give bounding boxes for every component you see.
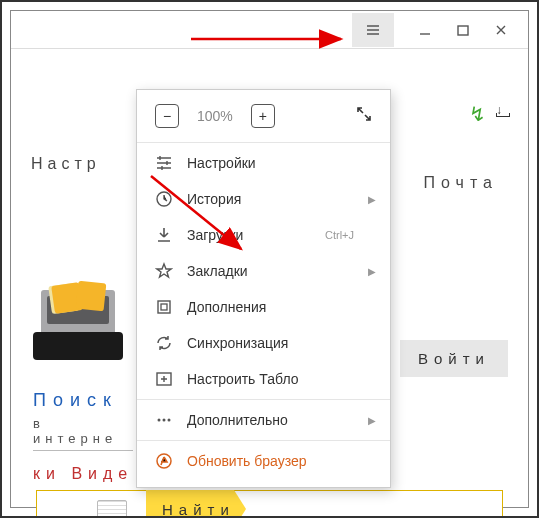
zoom-controls: − 100% + <box>137 98 390 140</box>
svg-rect-2 <box>158 301 170 313</box>
download-green-icon[interactable]: ↯ <box>469 102 486 126</box>
close-button[interactable] <box>494 23 508 37</box>
menu-label: Настроить Табло <box>187 371 299 387</box>
menu-item-more[interactable]: Дополнительно ▶ <box>137 402 390 438</box>
menu-item-update[interactable]: Обновить браузер <box>137 443 390 479</box>
history-icon <box>155 190 173 208</box>
shortcut-label: Ctrl+J <box>325 229 354 241</box>
search-title[interactable]: Поиск <box>33 390 118 411</box>
hamburger-icon <box>366 23 380 37</box>
menu-label: История <box>187 191 241 207</box>
menu-label: Загрузки <box>187 227 243 243</box>
star-icon <box>155 262 173 280</box>
board-icon <box>155 370 173 388</box>
more-icon <box>155 411 173 429</box>
sync-icon <box>155 334 173 352</box>
submenu-arrow-icon: ▶ <box>368 415 376 426</box>
search-input[interactable] <box>36 490 503 518</box>
search-subtitle: в интерне <box>33 416 133 451</box>
svg-rect-0 <box>458 26 468 35</box>
menu-item-history[interactable]: История ▶ <box>137 181 390 217</box>
zoom-level: 100% <box>197 108 233 124</box>
find-button[interactable]: Найти <box>146 490 246 518</box>
menu-item-configure-board[interactable]: Настроить Табло <box>137 361 390 397</box>
minimize-button[interactable] <box>418 23 432 37</box>
svg-point-6 <box>163 419 166 422</box>
svg-rect-3 <box>161 304 167 310</box>
addons-icon <box>155 298 173 316</box>
settings-icon <box>155 154 173 172</box>
menu-item-settings[interactable]: Настройки <box>137 145 390 181</box>
menu-button[interactable] <box>352 13 394 47</box>
submenu-arrow-icon: ▶ <box>368 194 376 205</box>
zoom-in-button[interactable]: + <box>251 104 275 128</box>
browser-window: Настр Почта Поиск в интерне ки Виде Найт… <box>10 10 529 508</box>
zoom-out-button[interactable]: − <box>155 104 179 128</box>
tray-icons: ↯ ↓ <box>469 100 510 124</box>
submenu-arrow-icon: ▶ <box>368 266 376 277</box>
menu-label: Дополнительно <box>187 412 288 428</box>
keyboard-icon[interactable] <box>97 500 127 518</box>
menu-label: Настройки <box>187 155 256 171</box>
svg-point-5 <box>158 419 161 422</box>
nav-tabs[interactable]: ки Виде <box>33 465 133 483</box>
fullscreen-icon <box>356 106 372 122</box>
download-tray-icon[interactable]: ↓ <box>496 107 510 117</box>
login-button[interactable]: Войти <box>400 340 508 377</box>
menu-item-bookmarks[interactable]: Закладки ▶ <box>137 253 390 289</box>
menu-label: Синхронизация <box>187 335 288 351</box>
menu-label: Дополнения <box>187 299 266 315</box>
menu-item-downloads[interactable]: Загрузки Ctrl+J <box>137 217 390 253</box>
menu-label: Обновить браузер <box>187 453 307 469</box>
maximize-button[interactable] <box>456 23 470 37</box>
menu-item-addons[interactable]: Дополнения <box>137 289 390 325</box>
svg-point-7 <box>168 419 171 422</box>
titlebar <box>11 11 528 49</box>
menu-item-sync[interactable]: Синхронизация <box>137 325 390 361</box>
mail-heading: Почта <box>424 174 498 192</box>
menu-label: Закладки <box>187 263 248 279</box>
yandex-icon <box>155 452 173 470</box>
fullscreen-button[interactable] <box>356 106 372 127</box>
main-menu-dropdown: − 100% + Настройки История ▶ Загр <box>136 89 391 488</box>
settings-heading: Настр <box>31 155 101 173</box>
archive-icon <box>33 280 133 360</box>
download-icon <box>155 226 173 244</box>
